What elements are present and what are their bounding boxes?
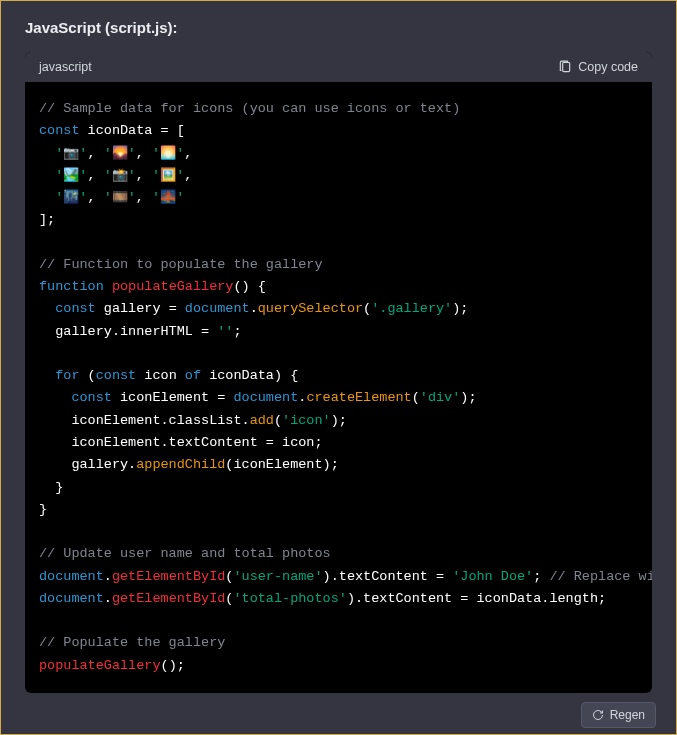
regenerate-label: Regen [610,708,645,722]
copy-code-label: Copy code [578,60,638,74]
section-title: JavaScript (script.js): [25,19,652,36]
refresh-icon [592,709,604,721]
clipboard-icon [558,60,572,74]
language-label: javascript [39,60,92,74]
svg-rect-0 [563,62,570,71]
code-header: javascript Copy code [25,52,652,82]
code-content: // Sample data for icons (you can use ic… [25,82,652,693]
code-block: javascript Copy code // Sample data for … [25,52,652,693]
regenerate-button[interactable]: Regen [581,702,656,728]
copy-code-button[interactable]: Copy code [558,60,638,74]
